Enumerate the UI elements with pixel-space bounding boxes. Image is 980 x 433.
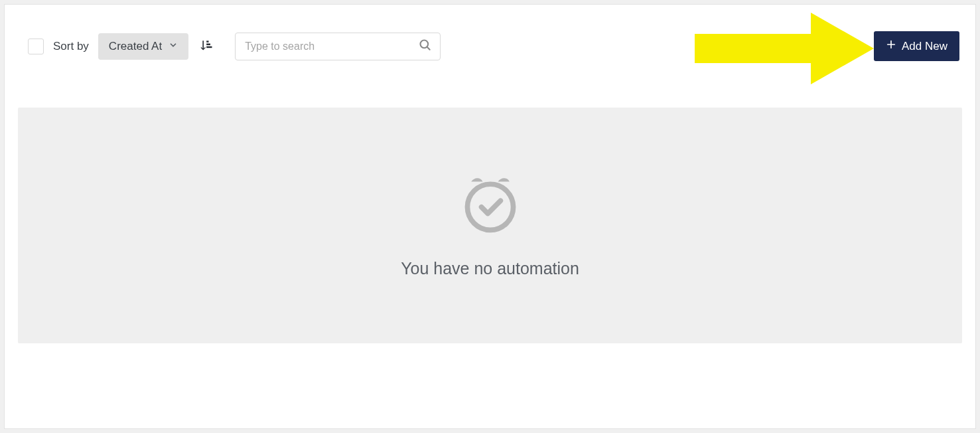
- sort-by-select[interactable]: Created At: [98, 33, 188, 60]
- alarm-check-icon: [458, 173, 522, 239]
- svg-rect-1: [206, 44, 210, 46]
- page-container: Sort by Created At: [4, 4, 976, 429]
- empty-state-panel: You have no automation: [18, 108, 962, 343]
- toolbar: Sort by Created At: [5, 5, 975, 61]
- sort-direction-button[interactable]: [198, 36, 216, 56]
- plus-icon: [886, 39, 896, 53]
- sort-by-label: Sort by: [53, 40, 89, 53]
- empty-state-message: You have no automation: [401, 259, 579, 278]
- search-field[interactable]: [235, 33, 441, 60]
- sort-amount-icon: [200, 39, 214, 54]
- svg-rect-0: [206, 41, 208, 43]
- select-all-checkbox[interactable]: [28, 39, 44, 54]
- sort-by-selected-value: Created At: [109, 40, 162, 53]
- search-input[interactable]: [244, 40, 419, 53]
- svg-line-4: [427, 46, 430, 49]
- search-icon: [419, 39, 432, 54]
- chevron-down-icon: [169, 40, 178, 53]
- svg-point-8: [467, 184, 513, 230]
- svg-marker-5: [695, 13, 874, 84]
- add-new-label: Add New: [902, 40, 947, 53]
- svg-rect-2: [206, 46, 212, 48]
- arrow-annotation-icon: [695, 13, 874, 87]
- add-new-button[interactable]: Add New: [874, 31, 959, 61]
